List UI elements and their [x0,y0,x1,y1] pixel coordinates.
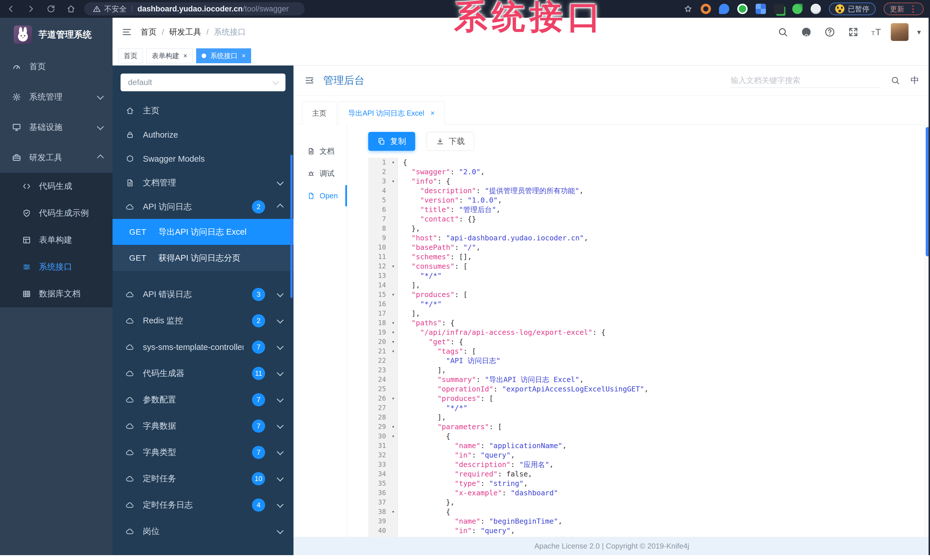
sidebar-subitem-1[interactable]: 代码生成 [0,173,112,200]
badge: 2 [252,200,265,213]
back-icon[interactable] [6,4,15,14]
breadcrumb-item[interactable]: 系统接口 [214,27,246,37]
fold-toggle-icon[interactable]: ▾ [389,262,397,271]
swagger-item-label: API 访问日志 [143,201,243,213]
fold-toggle-icon[interactable]: ▾ [389,328,397,337]
copy-button[interactable]: 复制 [368,132,415,151]
app-logo[interactable]: 芋道管理系统 [0,18,112,52]
swagger-controller-4[interactable]: 代码生成器11 [112,360,294,387]
github-icon[interactable] [801,27,812,37]
browser-update-button[interactable]: 更新 ⋮ [884,3,924,15]
dark-green-tag-extension-icon[interactable] [774,4,784,14]
tab-首页[interactable]: 首页 [118,48,143,63]
language-switch[interactable]: 中 [910,75,919,86]
swagger-controller-2[interactable]: Redis 监控2 [112,308,294,334]
bookmark-star-icon[interactable] [684,4,693,14]
close-icon[interactable]: × [183,52,187,59]
fold-toggle-icon[interactable]: ▾ [389,431,397,441]
fold-toggle-icon[interactable]: ▾ [389,422,397,431]
fold-toggle-icon[interactable]: ▾ [389,318,397,328]
collapse-menu-icon[interactable] [304,75,315,86]
green-leaf-extension-icon[interactable] [792,4,802,14]
search-icon[interactable] [778,27,788,37]
address-bar[interactable]: 不安全 dashboard.yudao.iocoder.cn/tool/swag… [84,2,305,15]
sidebar-scrollbar-thumb[interactable] [290,155,293,298]
swagger-controller-6[interactable]: 字典数据7 [112,413,294,439]
line-number: 6 [368,205,389,214]
sidebar-item-4[interactable]: 研发工具 [0,143,112,173]
search-icon[interactable] [890,75,900,85]
breadcrumb-item[interactable]: 研发工具 [169,27,201,37]
reload-icon[interactable] [46,4,55,14]
swagger-item-4[interactable]: 文档管理 [112,171,294,195]
swagger-controller-3[interactable]: sys-sms-template-controller7 [112,334,294,360]
swagger-item-5[interactable]: API 访问日志2 [112,195,294,219]
doc-search-input[interactable]: 输入文档关键字搜索 [730,74,880,87]
breadcrumb-item[interactable]: 首页 [140,27,157,37]
line-number: 9 [368,233,389,242]
swagger-controller-1[interactable]: API 错误日志3 [112,281,294,308]
sidebar-item-2[interactable]: 系统管理 [0,82,112,112]
font-size-icon[interactable]: TT [871,27,882,37]
orange-ring-extension-icon[interactable] [701,4,711,14]
api-operation[interactable]: GET获得API 访问日志分页 [112,245,294,271]
code-line: 30▾ { [368,431,930,441]
doc-mini-nav: 文档调试Open [294,124,347,537]
chevron-up-icon [97,154,104,161]
fold-toggle-icon[interactable]: ▾ [389,158,397,167]
code-line: 32 "in": "query", [368,450,930,460]
sidebar-subitem-3[interactable]: 表单构建 [0,227,112,253]
hamburger-icon[interactable] [122,27,132,37]
swagger-controller-10[interactable]: 岗位 [112,518,294,545]
tab-表单构建[interactable]: 表单构建× [146,48,193,63]
code-line: 4 "description": "提供管理员管理的所有功能", [368,186,930,195]
sidebar-item-3[interactable]: 基础设施 [0,112,112,143]
green-circle-extension-icon[interactable] [737,4,748,14]
fold-toggle-icon[interactable]: ▾ [389,507,397,517]
swagger-item-3[interactable]: Swagger Models [112,147,294,171]
doc-title[interactable]: 管理后台 [323,74,365,87]
fold-toggle-icon[interactable]: ▾ [389,394,397,403]
blue-pin-extension-icon[interactable] [719,4,729,14]
close-icon[interactable]: × [242,52,246,59]
group-select[interactable]: default [120,74,285,91]
blue-grid-extension-icon[interactable] [756,4,766,14]
json-editor[interactable]: 1▾{2 "swagger": "2.0",3▾ "info": {4 "des… [368,158,930,537]
doc-tab-2[interactable]: 导出API 访问日志 Excel× [338,101,445,124]
swagger-controller-5[interactable]: 参数配置7 [112,387,294,413]
sidebar-subitem-4[interactable]: 系统接口 [0,253,112,281]
chevron-down-icon[interactable]: ▾ [917,28,921,37]
sidebar-item-1[interactable]: 首页 [0,52,112,82]
breadcrumb: 首页/研发工具/系统接口 [140,27,246,37]
code-line: 18▾ "paths": { [368,318,930,328]
tab-paused-button[interactable]: 已暂停 [829,3,876,15]
mini-nav-文档[interactable]: 文档 [294,140,347,162]
security-warning[interactable]: 不安全 [93,4,126,14]
help-icon[interactable] [824,27,835,37]
browser-menu-icon[interactable]: ⋮ [909,8,918,10]
home-icon[interactable] [66,4,75,14]
fold-toggle-icon[interactable]: ▾ [389,337,397,347]
swagger-controller-8[interactable]: 定时任务10 [112,466,294,492]
fold-toggle-icon[interactable]: ▾ [389,176,397,186]
fold-toggle-icon[interactable]: ▾ [389,347,397,356]
forward-icon[interactable] [26,4,35,14]
swagger-item-2[interactable]: Authorize [112,123,294,147]
white-paw-extension-icon[interactable] [811,4,821,14]
api-operation[interactable]: GET导出API 访问日志 Excel [112,219,294,245]
fold-toggle-icon[interactable]: ▾ [389,290,397,299]
close-icon[interactable]: × [430,109,435,117]
table-icon [22,290,31,298]
fullscreen-icon[interactable] [848,27,859,37]
avatar[interactable] [891,23,908,41]
download-button[interactable]: 下载 [427,132,474,151]
swagger-controller-9[interactable]: 定时任务日志4 [112,492,294,518]
swagger-controller-7[interactable]: 字典类型7 [112,439,294,466]
doc-tab-1[interactable]: 主页 [302,101,336,124]
sidebar-subitem-2[interactable]: 代码生成示例 [0,200,112,227]
swagger-item-1[interactable]: 主页 [112,99,294,123]
mini-nav-Open[interactable]: Open [294,184,347,207]
tab-系统接口[interactable]: 系统接口× [196,48,251,63]
mini-nav-调试[interactable]: 调试 [294,162,347,184]
sidebar-subitem-5[interactable]: 数据库文档 [0,281,112,307]
